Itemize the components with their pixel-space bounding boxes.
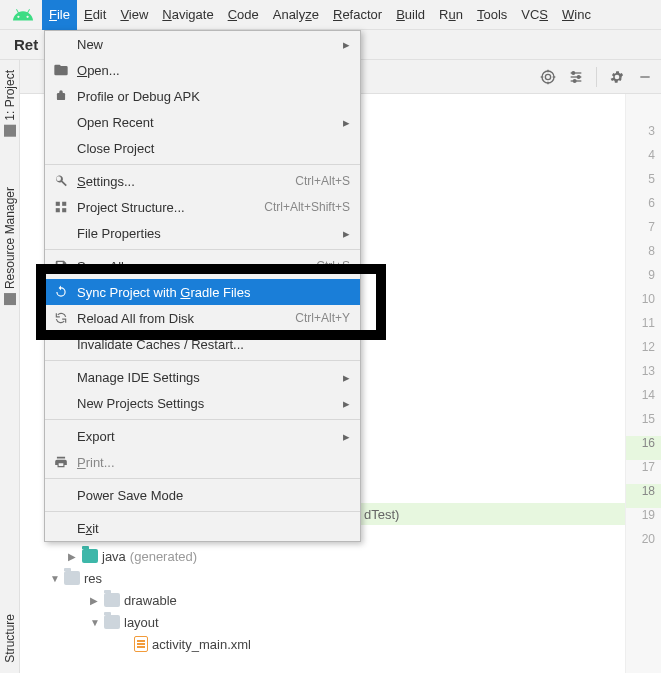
menu-file-properties[interactable]: File Properties▸ xyxy=(45,220,360,246)
menu-build[interactable]: Build xyxy=(389,0,432,30)
gear-icon[interactable] xyxy=(609,69,625,85)
tree-node-activity-main[interactable]: activity_main.xml xyxy=(134,633,251,655)
line-number: 5 xyxy=(626,172,661,196)
file-menu-dropdown: New▸ Open... Profile or Debug APK Open R… xyxy=(44,30,361,542)
menu-edit[interactable]: Edit xyxy=(77,0,113,30)
menu-project-structure[interactable]: Project Structure...Ctrl+Alt+Shift+S xyxy=(45,194,360,220)
resource-icon xyxy=(4,293,16,305)
shortcut-label: Ctrl+S xyxy=(316,259,350,273)
menu-print[interactable]: Print... xyxy=(45,449,360,475)
line-number: 12 xyxy=(626,340,661,364)
settings-slider-icon[interactable] xyxy=(568,69,584,85)
line-number: 20 xyxy=(626,532,661,556)
tree-node-res[interactable]: ▼res xyxy=(50,567,251,589)
folder-icon xyxy=(104,593,120,607)
line-number: 18 xyxy=(626,484,661,508)
chevron-right-icon: ▸ xyxy=(343,429,350,444)
line-number: 6 xyxy=(626,196,661,220)
menu-run[interactable]: Run xyxy=(432,0,470,30)
menu-invalidate-caches[interactable]: Invalidate Caches / Restart... xyxy=(45,331,360,357)
line-number: 10 xyxy=(626,292,661,316)
menu-new[interactable]: New▸ xyxy=(45,31,360,57)
separator xyxy=(596,67,597,87)
apk-icon xyxy=(53,88,69,104)
menu-navigate[interactable]: Navigate xyxy=(155,0,220,30)
line-number: 3 xyxy=(626,124,661,148)
print-icon xyxy=(53,454,69,470)
menu-profile-debug-apk[interactable]: Profile or Debug APK xyxy=(45,83,360,109)
menu-view[interactable]: View xyxy=(113,0,155,30)
folder-open-icon xyxy=(53,62,69,78)
line-number: 11 xyxy=(626,316,661,340)
menu-open[interactable]: Open... xyxy=(45,57,360,83)
tool-window-resource-manager[interactable]: Resource Manager xyxy=(3,187,17,305)
separator xyxy=(45,478,360,479)
project-name-fragment: Ret xyxy=(14,36,38,53)
svg-rect-15 xyxy=(62,202,66,206)
menu-code[interactable]: Code xyxy=(221,0,266,30)
svg-point-0 xyxy=(542,71,554,83)
chevron-right-icon: ▶ xyxy=(90,595,100,606)
line-number: 17 xyxy=(626,460,661,484)
menu-power-save[interactable]: Power Save Mode xyxy=(45,482,360,508)
chevron-right-icon: ▶ xyxy=(68,551,78,562)
project-tree: ▶java (generated) ▼res ▶drawable ▼layout… xyxy=(50,545,251,655)
chevron-down-icon: ▼ xyxy=(50,573,60,584)
svg-point-11 xyxy=(573,80,576,83)
menu-exit[interactable]: Exit xyxy=(45,515,360,541)
line-number: 16 xyxy=(626,436,661,460)
sync-icon xyxy=(53,284,69,300)
menu-reload-disk[interactable]: Reload All from DiskCtrl+Alt+Y xyxy=(45,305,360,331)
chevron-down-icon: ▼ xyxy=(90,617,100,628)
menu-window[interactable]: Winc xyxy=(555,0,598,30)
menu-sync-gradle[interactable]: Sync Project with Gradle Files xyxy=(45,279,360,305)
line-number: 13 xyxy=(626,364,661,388)
menu-new-projects-settings[interactable]: New Projects Settings▸ xyxy=(45,390,360,416)
separator xyxy=(45,511,360,512)
separator xyxy=(45,164,360,165)
wrench-icon xyxy=(53,173,69,189)
tool-window-structure[interactable]: Structure xyxy=(3,614,17,663)
separator xyxy=(45,360,360,361)
svg-rect-16 xyxy=(56,208,60,212)
svg-point-10 xyxy=(577,76,580,79)
menu-save-all[interactable]: Save AllCtrl+S xyxy=(45,253,360,279)
chevron-right-icon: ▸ xyxy=(343,370,350,385)
tree-node-drawable[interactable]: ▶drawable xyxy=(90,589,251,611)
line-number: 9 xyxy=(626,268,661,292)
svg-point-9 xyxy=(572,72,575,75)
chevron-right-icon: ▸ xyxy=(343,115,350,130)
svg-rect-17 xyxy=(62,208,66,212)
menu-vcs[interactable]: VCS xyxy=(514,0,555,30)
folder-icon xyxy=(64,571,80,585)
svg-rect-14 xyxy=(56,202,60,206)
menu-refactor[interactable]: Refactor xyxy=(326,0,389,30)
tool-window-project[interactable]: 1: Project xyxy=(3,70,17,137)
tree-node-layout[interactable]: ▼layout xyxy=(90,611,251,633)
line-number: 8 xyxy=(626,244,661,268)
folder-icon xyxy=(4,125,16,137)
svg-point-1 xyxy=(545,74,550,79)
xml-file-icon xyxy=(134,636,148,652)
separator xyxy=(45,419,360,420)
chevron-right-icon: ▸ xyxy=(343,37,350,52)
menu-export[interactable]: Export▸ xyxy=(45,423,360,449)
line-number: 15 xyxy=(626,412,661,436)
svg-rect-13 xyxy=(57,93,65,100)
minimize-icon[interactable] xyxy=(637,69,653,85)
android-icon xyxy=(12,4,34,26)
tree-node-java-generated[interactable]: ▶java (generated) xyxy=(68,545,251,567)
target-icon[interactable] xyxy=(540,69,556,85)
menu-settings[interactable]: Settings...Ctrl+Alt+S xyxy=(45,168,360,194)
folder-icon xyxy=(104,615,120,629)
menu-close-project[interactable]: Close Project xyxy=(45,135,360,161)
menu-open-recent[interactable]: Open Recent▸ xyxy=(45,109,360,135)
menu-manage-ide-settings[interactable]: Manage IDE Settings▸ xyxy=(45,364,360,390)
menu-file[interactable]: File xyxy=(42,0,77,30)
line-number: 19 xyxy=(626,508,661,532)
reload-icon xyxy=(53,310,69,326)
menu-analyze[interactable]: Analyze xyxy=(266,0,326,30)
line-number: 4 xyxy=(626,148,661,172)
chevron-right-icon: ▸ xyxy=(343,226,350,241)
menu-tools[interactable]: Tools xyxy=(470,0,514,30)
